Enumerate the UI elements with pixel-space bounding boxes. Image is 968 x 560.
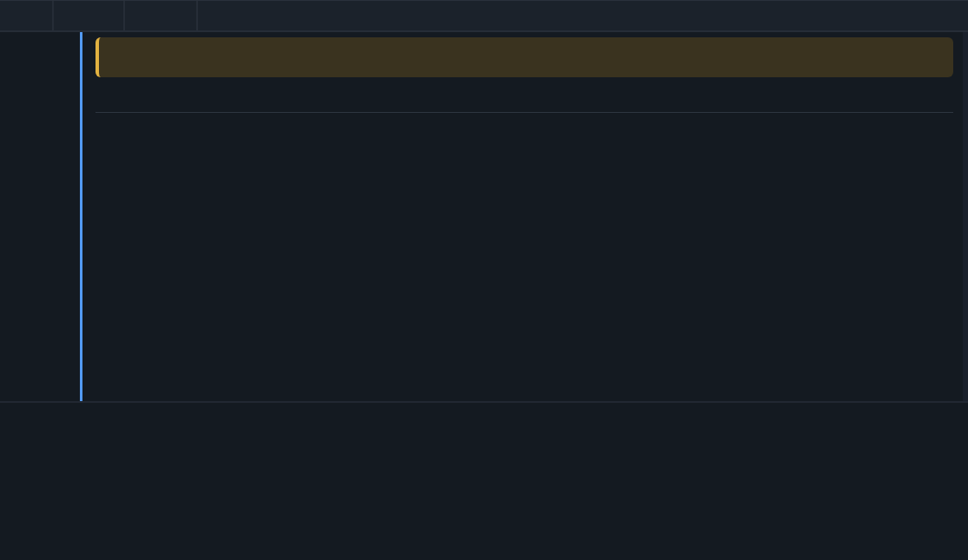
column-header-line [0,1,54,30]
table-header [0,1,968,32]
scrollbar[interactable] [963,32,968,401]
instruction-table-header [95,89,953,113]
code-rows-bottom [0,401,968,403]
specialization-panel [80,32,968,401]
specialization-banner [95,37,953,77]
column-header-code [198,1,968,30]
column-header-self[interactable] [54,1,125,30]
column-header-total[interactable] [125,1,198,30]
instruction-table [95,89,953,113]
